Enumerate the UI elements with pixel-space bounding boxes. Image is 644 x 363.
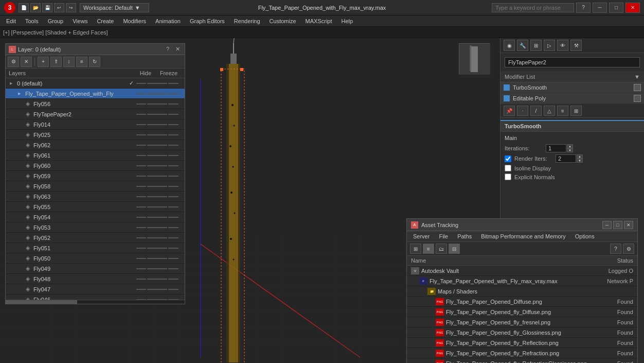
search-input[interactable] bbox=[492, 3, 574, 12]
menu-modifiers[interactable]: Modifiers bbox=[119, 15, 150, 26]
layer-list-item[interactable]: ◈ Fly055 bbox=[6, 202, 185, 212]
asset-tb-btn-4[interactable]: ⊟ bbox=[449, 244, 460, 254]
undo-button[interactable]: ↩ bbox=[54, 3, 64, 12]
asset-menu-options[interactable]: Options bbox=[571, 232, 599, 240]
menu-animation[interactable]: Animation bbox=[151, 15, 185, 26]
layer-panel-close-button[interactable]: ✕ bbox=[173, 46, 182, 53]
mod-face-button[interactable]: △ bbox=[544, 106, 555, 116]
mod-options-button[interactable]: ≡ bbox=[557, 106, 568, 116]
render-iters-checkbox[interactable] bbox=[505, 155, 511, 162]
layer-list[interactable]: ▸ 0 (default) ✓ ▸ Fly_Tape_Paper_Opened_… bbox=[6, 78, 185, 300]
isoline-checkbox[interactable] bbox=[505, 165, 511, 171]
asset-minimize-button[interactable]: ─ bbox=[602, 221, 612, 229]
menu-maxscript[interactable]: MAXScript bbox=[301, 15, 336, 26]
rp-tab-display2[interactable]: 👁 bbox=[557, 40, 568, 51]
asset-tb-btn-1[interactable]: ⊞ bbox=[410, 244, 421, 254]
minimize-button[interactable]: ─ bbox=[593, 3, 607, 13]
layer-list-item[interactable]: ◈ Fly051 bbox=[6, 243, 185, 253]
layer-refresh-button[interactable]: ↻ bbox=[89, 57, 100, 67]
layer-list-item[interactable]: ◈ Fly056 bbox=[6, 99, 185, 109]
asset-menu-bitmap-perf[interactable]: Bitmap Performance and Memory bbox=[477, 232, 569, 240]
layer-list-item[interactable]: ◈ Fly049 bbox=[6, 264, 185, 274]
asset-list-item[interactable]: PNG Fly_Tape_Paper_Opened_fly_Refraction… bbox=[407, 358, 637, 363]
render-iters-input[interactable] bbox=[556, 154, 576, 163]
layer-list-item[interactable]: ▸ 0 (default) ✓ bbox=[6, 78, 185, 89]
maximize-button[interactable]: □ bbox=[609, 3, 623, 13]
layer-list-item[interactable]: ◈ Fly063 bbox=[6, 192, 185, 202]
layer-list-item[interactable]: ◈ Fly025 bbox=[6, 130, 185, 140]
asset-menu-paths[interactable]: Paths bbox=[453, 232, 476, 240]
layer-list-item[interactable]: ◈ Fly058 bbox=[6, 181, 185, 192]
asset-help-button[interactable]: ? bbox=[610, 244, 621, 254]
menu-tools[interactable]: Tools bbox=[21, 15, 43, 26]
asset-list-item[interactable]: PNG Fly_Tape_Paper_Opened_fly_Diffuse.pn… bbox=[407, 307, 637, 317]
redo-button[interactable]: ↪ bbox=[66, 3, 76, 12]
rp-tab-hierarchy[interactable]: ⊞ bbox=[530, 40, 542, 51]
rp-tab-utilities[interactable]: ⚒ bbox=[570, 40, 582, 51]
layer-list-item[interactable]: ◈ FlyTapePaper2 bbox=[6, 109, 185, 119]
layer-move-button[interactable]: ⇑ bbox=[50, 57, 62, 67]
menu-create[interactable]: Create bbox=[93, 15, 118, 26]
layer-panel-help-button[interactable]: ? bbox=[164, 46, 172, 53]
open-file-button[interactable]: 📂 bbox=[30, 3, 41, 12]
rp-tab-display[interactable]: ◉ bbox=[504, 40, 515, 51]
asset-list[interactable]: V Autodesk Vault Logged O F Fly_Tape_Pap… bbox=[407, 266, 637, 363]
layer-list-item[interactable]: ◈ Fly053 bbox=[6, 222, 185, 233]
mod-pipeline-button[interactable]: ⊞ bbox=[570, 106, 582, 116]
layer-delete-button[interactable]: ✕ bbox=[21, 57, 32, 67]
asset-list-item[interactable]: PNG Fly_Tape_Paper_Opened_fly_Reflection… bbox=[407, 338, 637, 348]
layer-list-item[interactable]: ◈ Fly059 bbox=[6, 171, 185, 181]
help-button[interactable]: ? bbox=[576, 3, 591, 13]
layer-list-item[interactable]: ◈ Fly052 bbox=[6, 233, 185, 243]
iterations-down-button[interactable]: ▼ bbox=[567, 148, 573, 152]
asset-list-item[interactable]: PNG Fly_Tape_Paper_Opened_fly_Glossiness… bbox=[407, 327, 637, 338]
modifier-entry-editable-poly[interactable]: Editable Poly bbox=[500, 93, 644, 104]
asset-list-item[interactable]: F Fly_Tape_Paper_Opened_with_Fly_max_vra… bbox=[407, 276, 637, 286]
asset-list-item[interactable]: PNG Fly_Tape_Paper_Opened_fly_Refraction… bbox=[407, 348, 637, 358]
menu-group[interactable]: Group bbox=[44, 15, 68, 26]
menu-rendering[interactable]: Rendering bbox=[230, 15, 264, 26]
asset-menu-server[interactable]: Server bbox=[409, 232, 434, 240]
menu-customize[interactable]: Customize bbox=[265, 15, 300, 26]
menu-graph-editors[interactable]: Graph Editors bbox=[186, 15, 229, 26]
layer-list-item[interactable]: ◈ Fly062 bbox=[6, 140, 185, 150]
mod-edge-button[interactable]: / bbox=[530, 106, 542, 116]
asset-tb-btn-3[interactable]: 🗂 bbox=[436, 244, 447, 254]
menu-edit[interactable]: Edit bbox=[2, 15, 20, 26]
layer-filter-button[interactable]: ≡ bbox=[76, 57, 87, 67]
mod-pin-button[interactable]: 📌 bbox=[504, 106, 515, 116]
iterations-up-button[interactable]: ▲ bbox=[567, 144, 573, 148]
asset-close-button[interactable]: ✕ bbox=[624, 221, 633, 229]
layer-settings-button[interactable]: ⚙ bbox=[8, 57, 19, 67]
workspace-dropdown[interactable]: Workspace: Default ▼ bbox=[80, 3, 149, 12]
asset-maximize-button[interactable]: □ bbox=[613, 221, 622, 229]
layer-list-item[interactable]: ◈ Fly050 bbox=[6, 253, 185, 264]
layer-list-item[interactable]: ▸ Fly_Tape_Paper_Opened_with_Fly bbox=[6, 89, 185, 99]
menu-help[interactable]: Help bbox=[337, 15, 357, 26]
asset-list-item[interactable]: PNG Fly_Tape_Paper_Opened_fly_fresnel.pn… bbox=[407, 317, 637, 327]
layer-list-item[interactable]: ◈ Fly054 bbox=[6, 212, 185, 222]
modifier-entry-turbosmooth[interactable]: TurboSmooth bbox=[500, 82, 644, 93]
layer-list-item[interactable]: ◈ Fly061 bbox=[6, 150, 185, 161]
layer-add-button[interactable]: + bbox=[38, 57, 49, 67]
menu-views[interactable]: Views bbox=[68, 15, 92, 26]
layer-scrollbar[interactable] bbox=[6, 300, 185, 304]
layer-list-item[interactable]: ◈ Fly060 bbox=[6, 161, 185, 171]
asset-list-item[interactable]: 📁 Maps / Shaders bbox=[407, 286, 637, 297]
rp-tab-modify[interactable]: 🔧 bbox=[517, 40, 528, 51]
mod-vertex-button[interactable]: · bbox=[517, 106, 528, 116]
asset-menu-file[interactable]: File bbox=[435, 232, 452, 240]
asset-tb-btn-2[interactable]: ≡ bbox=[423, 244, 434, 254]
asset-list-item[interactable]: V Autodesk Vault Logged O bbox=[407, 266, 637, 276]
layer-list-item[interactable]: ◈ Fly048 bbox=[6, 274, 185, 284]
close-button[interactable]: ✕ bbox=[625, 3, 640, 13]
render-iters-down-button[interactable]: ▼ bbox=[577, 159, 583, 163]
asset-settings-button[interactable]: ⚙ bbox=[623, 244, 634, 254]
rp-tab-motion[interactable]: ▷ bbox=[544, 40, 555, 51]
asset-list-item[interactable]: PNG Fly_Tape_Paper_Opened_Diffuse.png Fo… bbox=[407, 297, 637, 307]
layer-list-item[interactable]: ◈ Fly046 bbox=[6, 295, 185, 300]
render-iters-up-button[interactable]: ▲ bbox=[577, 154, 583, 159]
save-button[interactable]: 💾 bbox=[42, 3, 52, 12]
explicit-normals-checkbox[interactable] bbox=[505, 174, 511, 180]
object-name-input[interactable] bbox=[505, 57, 640, 67]
